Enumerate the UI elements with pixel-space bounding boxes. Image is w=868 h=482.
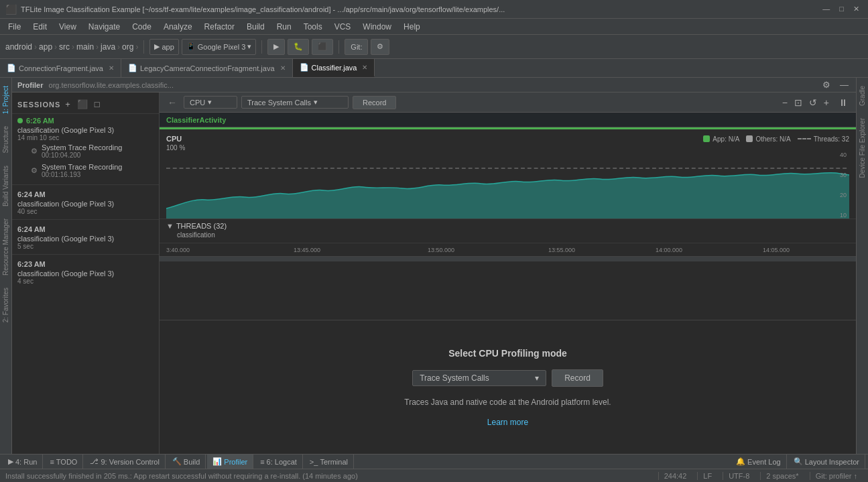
sidebar-device-file-explorer[interactable]: Device File Explorer	[857, 113, 867, 183]
tab-close3[interactable]: ✕	[362, 64, 367, 71]
breadcrumb-src[interactable]: src	[59, 42, 70, 52]
zoom-reset-button[interactable]: ↺	[806, 96, 820, 109]
breadcrumb-sep6: ›	[135, 42, 138, 52]
tab-label2: LegacyCameraConnectionFragment.java	[140, 64, 275, 72]
bottom-tab-profiler[interactable]: 📊 Profiler	[207, 455, 253, 469]
record-button[interactable]: Record	[353, 96, 396, 109]
bottom-tab-todo-label: TODO	[56, 458, 78, 466]
overlay-description: Traces Java and native code at the Andro…	[404, 398, 611, 407]
vcs-icon: ⎇	[90, 457, 99, 466]
chart-scrollbar[interactable]	[160, 256, 856, 261]
session-time-label-4: 6:23 AM	[17, 260, 46, 268]
zoom-out-button[interactable]: −	[780, 96, 790, 109]
run-button[interactable]: ▶	[267, 39, 285, 55]
debug-button[interactable]: 🐛	[288, 39, 309, 55]
bottom-tab-event-log[interactable]: 🔔 Event Log	[731, 455, 787, 469]
sidebar-favorites[interactable]: 2: Favorites	[1, 282, 11, 328]
session-item-1b[interactable]: ⚙ System Trace Recording 00:01:16.193	[17, 161, 153, 180]
window-controls[interactable]: — □ ✕	[819, 3, 863, 15]
menu-build[interactable]: Build	[241, 21, 270, 33]
breadcrumb-main[interactable]: main	[76, 42, 94, 52]
cpu-dropdown-label: CPU	[190, 99, 205, 107]
menu-refactor[interactable]: Refactor	[199, 21, 240, 33]
bottom-tab-terminal[interactable]: >_ Terminal	[304, 455, 354, 469]
sidebar-gradle[interactable]: Gradle	[857, 80, 867, 111]
legend-others-label: Others: N/A	[755, 135, 790, 143]
sidebar-resource-manager[interactable]: Resource Manager	[1, 213, 11, 281]
session-time-4: 6:23 AM	[17, 260, 153, 269]
add-session-button[interactable]: +	[63, 98, 72, 111]
bottom-tab-layout-inspector[interactable]: 🔍 Layout Inspector	[788, 455, 865, 469]
zoom-fit-button[interactable]: ⊡	[792, 96, 805, 109]
stop-session-button[interactable]: ⬛	[75, 98, 90, 111]
session-item-1a[interactable]: ⚙ System Trace Recording 00:10:04.200	[17, 141, 153, 161]
gear-icon-1a: ⚙	[31, 147, 38, 156]
settings-button[interactable]: ⚙	[371, 39, 389, 55]
breadcrumb-org[interactable]: org	[122, 42, 133, 52]
status-encoding: LF	[697, 472, 717, 480]
menu-tools[interactable]: Tools	[298, 21, 328, 33]
breadcrumb-android[interactable]: android	[5, 42, 32, 52]
session-name-2[interactable]: classification (Google Pixel 3)	[17, 200, 153, 208]
overlay-learn-more-link[interactable]: Learn more	[487, 418, 528, 427]
menu-file[interactable]: File	[3, 21, 26, 33]
session-dot-1	[17, 118, 23, 123]
threads-header[interactable]: ▼ THREADS (32)	[166, 222, 849, 230]
session-item-dur-1b: 00:01:16.193	[42, 171, 122, 178]
tab-classifier[interactable]: 📄 Classifier.java ✕	[293, 59, 375, 77]
menu-edit[interactable]: Edit	[27, 21, 52, 33]
session-name-4[interactable]: classification (Google Pixel 3)	[17, 269, 153, 278]
session-time-2: 6:24 AM	[17, 190, 153, 200]
cpu-profiling-overlay: Select CPU Profiling mode Trace System C…	[160, 320, 856, 454]
sidebar-project[interactable]: 1: Project	[1, 80, 11, 119]
session-time-label-3: 6:24 AM	[17, 225, 46, 233]
bottom-tab-logcat[interactable]: ≡ 6: Logcat	[255, 455, 303, 469]
menu-code[interactable]: Code	[127, 21, 157, 33]
minimize-button[interactable]: —	[819, 3, 833, 15]
bottom-tab-vcs[interactable]: ⎇ 9: Version Control	[84, 455, 165, 469]
tab-connection-fragment[interactable]: 📄 ConnectionFragment.java ✕	[0, 59, 121, 77]
bottom-tab-todo[interactable]: ≡ TODO	[44, 455, 83, 469]
menu-analyze[interactable]: Analyze	[158, 21, 198, 33]
tab-close[interactable]: ✕	[109, 64, 114, 72]
profiler-settings-button[interactable]: ⚙	[820, 78, 832, 91]
sidebar-structure[interactable]: Structure	[1, 121, 11, 159]
nav-back-button[interactable]: ←	[165, 96, 180, 109]
todo-icon: ≡	[50, 458, 54, 466]
y-label-30: 30	[840, 172, 847, 178]
cpu-dropdown[interactable]: CPU ▾	[184, 96, 237, 109]
menu-window[interactable]: Window	[357, 21, 397, 33]
bottom-tab-event-log-label: Event Log	[747, 458, 781, 466]
sidebar-build-variants[interactable]: Build Variants	[1, 160, 11, 212]
maximize-button[interactable]: □	[836, 3, 847, 15]
tab-legacy-camera[interactable]: 📄 LegacyCameraConnectionFragment.java ✕	[121, 59, 293, 77]
zoom-in-button[interactable]: +	[821, 96, 832, 109]
menu-vcs[interactable]: VCS	[329, 21, 357, 33]
trace-system-calls-dropdown[interactable]: Trace System Calls ▾	[241, 96, 349, 109]
overlay-mode-dropdown[interactable]: Trace System Calls ▾	[412, 370, 546, 386]
menu-view[interactable]: View	[54, 21, 82, 33]
session-name-3[interactable]: classification (Google Pixel 3)	[17, 235, 153, 243]
device-dropdown[interactable]: 📱Google Pixel 3▾	[182, 39, 257, 55]
profiler-icon: 📊	[212, 457, 222, 466]
bottom-tab-build[interactable]: 🔨 Build	[167, 455, 206, 469]
app-module-dropdown[interactable]: ▶app	[149, 39, 178, 55]
bottom-tab-run[interactable]: ▶ 4: Run	[3, 455, 43, 469]
breadcrumb-app[interactable]: app	[39, 42, 52, 52]
session-dur-1: 14 min 10 sec	[17, 134, 153, 141]
profiler-minimize-button[interactable]: —	[838, 78, 851, 91]
close-button[interactable]: ✕	[850, 3, 863, 15]
overlay-dropdown-arrow: ▾	[535, 373, 539, 383]
stop-button[interactable]: ⬛	[312, 39, 333, 55]
menu-run[interactable]: Run	[271, 21, 297, 33]
overlay-record-button[interactable]: Record	[552, 369, 603, 387]
editor-tabs: 📄 ConnectionFragment.java ✕ 📄 LegacyCame…	[0, 59, 868, 78]
pause-button[interactable]: ⏸	[836, 96, 851, 109]
menu-help[interactable]: Help	[398, 21, 426, 33]
menu-navigate[interactable]: Navigate	[83, 21, 125, 33]
session-name-1[interactable]: classification (Google Pixel 3)	[17, 126, 153, 134]
end-session-button[interactable]: □	[92, 98, 102, 111]
tab-close2[interactable]: ✕	[280, 64, 286, 72]
git-button[interactable]: Git:	[345, 39, 368, 55]
breadcrumb-java[interactable]: java	[101, 42, 115, 52]
